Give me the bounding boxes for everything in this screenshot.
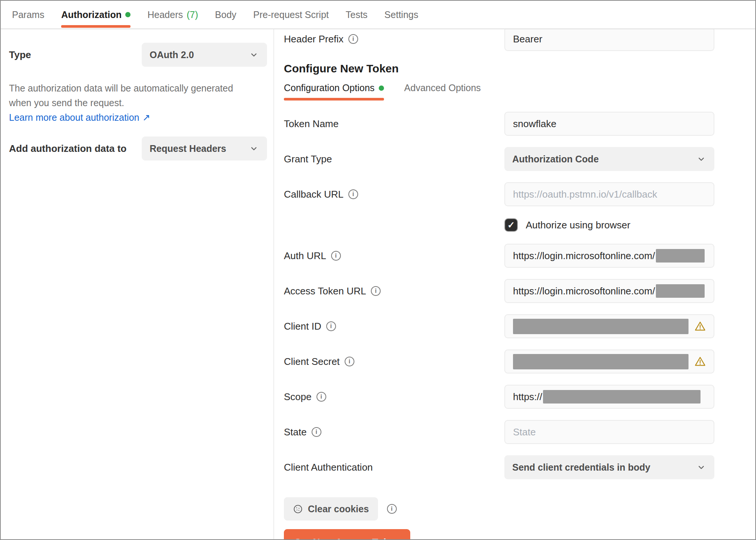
tab-params-label: Params (12, 9, 44, 20)
headers-count-badge: (7) (187, 9, 198, 20)
info-icon[interactable]: i (316, 392, 326, 402)
info-icon[interactable]: i (371, 286, 381, 296)
tab-settings-label: Settings (384, 9, 418, 20)
configure-new-token-title: Configure New Token (284, 62, 755, 75)
info-icon[interactable]: i (387, 504, 397, 514)
grant-type-label: Grant Type (284, 153, 332, 165)
auth-summary-panel: Type OAuth 2.0 The authorization data wi… (1, 29, 274, 539)
tab-advanced-options-label: Advanced Options (404, 82, 481, 93)
callback-url-label: Callback URL (284, 189, 344, 200)
token-name-input[interactable]: snowflake (504, 112, 714, 136)
auth-url-label: Auth URL (284, 250, 326, 262)
client-secret-label: Client Secret (284, 356, 340, 368)
client-authentication-label: Client Authentication (284, 462, 373, 473)
auth-description: The authorization data will be automatic… (9, 81, 256, 110)
header-prefix-row: Header Prefix i Bearer (284, 29, 755, 51)
chevron-down-icon (249, 50, 259, 60)
tab-headers-label: Headers (147, 9, 183, 20)
tab-body[interactable]: Body (215, 1, 236, 28)
state-label: State (284, 426, 307, 438)
green-dot-icon (379, 86, 384, 91)
tab-body-label: Body (215, 9, 236, 20)
clear-cookies-label: Clear cookies (308, 504, 369, 514)
clear-cookies-button[interactable]: Clear cookies (284, 497, 378, 520)
auth-url-input[interactable]: https://login.microsoftonline.com/ (504, 244, 714, 268)
tab-params[interactable]: Params (12, 1, 44, 28)
tab-settings[interactable]: Settings (384, 1, 418, 28)
authorize-browser-label: Authorize using browser (526, 219, 630, 231)
tab-advanced-options[interactable]: Advanced Options (404, 82, 481, 100)
scope-row: Scope i https:// (284, 385, 755, 409)
request-tabbar: Params Authorization Headers (7) Body Pr… (1, 1, 755, 29)
auth-url-row: Auth URL i https://login.microsoftonline… (284, 244, 755, 268)
info-icon[interactable]: i (345, 357, 354, 366)
redacted-text-block (656, 284, 705, 298)
grant-type-select[interactable]: Authorization Code (504, 147, 714, 171)
auth-url-value: https://login.microsoftonline.com/ (513, 250, 655, 262)
access-token-url-row: Access Token URL i https://login.microso… (284, 279, 755, 303)
tab-headers[interactable]: Headers (7) (147, 1, 198, 28)
header-prefix-value: Bearer (513, 33, 542, 45)
scope-input[interactable]: https:// (504, 385, 714, 409)
authorize-browser-checkbox[interactable]: ✓ (504, 218, 518, 232)
access-token-url-input[interactable]: https://login.microsoftonline.com/ (504, 279, 714, 303)
info-icon[interactable]: i (326, 321, 336, 331)
tab-prerequest-label: Pre-request Script (253, 9, 328, 20)
callback-url-row: Callback URL i https://oauth.pstmn.io/v1… (284, 182, 755, 206)
learn-more-label: Learn more about authorization (9, 112, 139, 123)
info-icon[interactable]: i (348, 34, 358, 44)
scope-value: https:// (513, 391, 542, 403)
external-link-icon: ↗ (142, 112, 150, 123)
access-token-url-value: https://login.microsoftonline.com/ (513, 285, 655, 297)
client-secret-row: Client Secret i (284, 350, 755, 374)
get-new-access-token-button[interactable]: Get New Access Token (284, 529, 410, 539)
add-auth-data-row: Add authorization data to Request Header… (9, 136, 273, 160)
client-id-label: Client ID (284, 321, 321, 332)
client-authentication-select[interactable]: Send client credentials in body (504, 455, 714, 479)
green-dot-icon (125, 12, 130, 17)
tab-authorization[interactable]: Authorization (61, 1, 130, 28)
chevron-down-icon (249, 143, 259, 154)
info-icon[interactable]: i (312, 427, 321, 437)
callback-url-placeholder: https://oauth.pstmn.io/v1/callback (513, 189, 657, 200)
tab-configuration-options[interactable]: Configuration Options (284, 82, 384, 100)
redacted-text-block (513, 354, 688, 369)
warning-icon (694, 321, 706, 332)
callback-url-input[interactable]: https://oauth.pstmn.io/v1/callback (504, 182, 714, 206)
client-authentication-row: Client Authentication Send client creden… (284, 455, 755, 479)
add-auth-data-select[interactable]: Request Headers (142, 136, 267, 160)
get-new-access-token-label: Get New Access Token (294, 537, 400, 540)
postman-request-editor: Params Authorization Headers (7) Body Pr… (0, 0, 756, 540)
header-prefix-label-group: Header Prefix i (284, 33, 504, 45)
check-icon: ✓ (507, 220, 515, 230)
auth-type-value: OAuth 2.0 (150, 50, 194, 60)
client-id-input[interactable] (504, 314, 714, 338)
scope-label: Scope (284, 391, 312, 403)
grant-type-value: Authorization Code (512, 154, 599, 165)
info-icon[interactable]: i (331, 251, 341, 261)
redacted-text-block (656, 249, 705, 262)
token-actions: Clear cookies i Get New Access Token (284, 497, 755, 539)
warning-icon (694, 356, 706, 367)
redacted-text-block (513, 319, 688, 334)
auth-type-label: Type (9, 49, 142, 61)
client-secret-input[interactable] (504, 350, 714, 374)
header-prefix-label: Header Prefix (284, 33, 344, 45)
grant-type-row: Grant Type Authorization Code (284, 147, 755, 171)
state-input[interactable]: State (504, 420, 714, 444)
authorize-browser-row: ✓ Authorize using browser (284, 218, 755, 232)
token-name-value: snowflake (513, 118, 556, 130)
info-icon[interactable]: i (348, 189, 358, 199)
auth-type-select[interactable]: OAuth 2.0 (142, 43, 267, 67)
tab-prerequest-script[interactable]: Pre-request Script (253, 1, 328, 28)
add-auth-data-label: Add authorization data to (9, 143, 142, 154)
chevron-down-icon (696, 154, 706, 164)
learn-more-link[interactable]: Learn more about authorization ↗ (9, 112, 150, 123)
token-name-label: Token Name (284, 118, 339, 130)
header-prefix-input[interactable]: Bearer (504, 29, 714, 51)
client-id-row: Client ID i (284, 314, 755, 338)
tab-tests[interactable]: Tests (346, 1, 368, 28)
tab-authorization-label: Authorization (61, 9, 122, 20)
redacted-text-block (543, 390, 700, 404)
tab-configuration-options-label: Configuration Options (284, 82, 375, 93)
